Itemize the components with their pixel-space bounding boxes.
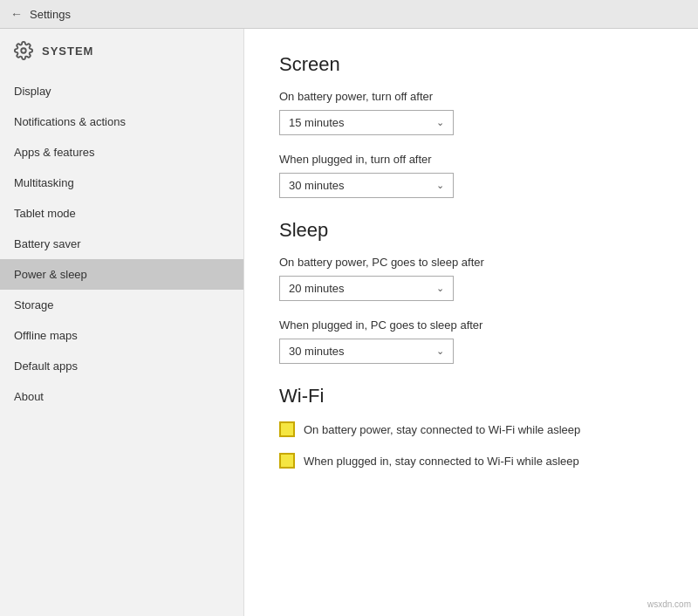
content-area: Screen On battery power, turn off after … <box>244 29 698 616</box>
sidebar-item-about[interactable]: About <box>0 381 243 412</box>
sleep-battery-value: 20 minutes <box>289 282 345 295</box>
sleep-plugged-dropdown[interactable]: 30 minutes ⌄ <box>279 339 454 364</box>
chevron-down-icon-3: ⌄ <box>436 283 444 294</box>
svg-point-0 <box>21 48 26 53</box>
sleep-plugged-value: 30 minutes <box>289 345 345 358</box>
sidebar-item-battery-saver[interactable]: Battery saver <box>0 229 243 259</box>
sidebar-item-apps-features[interactable]: Apps & features <box>0 137 243 168</box>
chevron-down-icon-2: ⌄ <box>436 180 444 191</box>
screen-title: Screen <box>279 53 663 76</box>
wifi-title: Wi-Fi <box>279 385 663 407</box>
sidebar-item-notifications[interactable]: Notifications & actions <box>0 106 243 137</box>
sidebar-item-display[interactable]: Display <box>0 76 243 106</box>
sleep-battery-label: On battery power, PC goes to sleep after <box>279 256 663 269</box>
sidebar-system-label: SYSTEM <box>42 44 93 58</box>
screen-battery-dropdown[interactable]: 15 minutes ⌄ <box>279 110 454 135</box>
wifi-battery-label: On battery power, stay connected to Wi-F… <box>304 423 580 436</box>
chevron-down-icon: ⌄ <box>436 117 444 128</box>
wifi-section: Wi-Fi On battery power, stay connected t… <box>279 385 663 469</box>
back-button[interactable]: ← <box>10 7 23 21</box>
sidebar-header: SYSTEM <box>0 29 243 72</box>
screen-plugged-dropdown[interactable]: 30 minutes ⌄ <box>279 173 454 198</box>
title-bar: ← Settings <box>0 0 698 29</box>
sleep-battery-dropdown[interactable]: 20 minutes ⌄ <box>279 276 454 301</box>
screen-battery-label: On battery power, turn off after <box>279 90 663 103</box>
sidebar: SYSTEM Display Notifications & actions A… <box>0 29 244 616</box>
sidebar-item-power-sleep[interactable]: Power & sleep <box>0 259 243 290</box>
screen-section: Screen On battery power, turn off after … <box>279 53 663 198</box>
screen-plugged-label: When plugged in, turn off after <box>279 153 663 166</box>
title-bar-text: Settings <box>30 8 71 21</box>
gear-icon <box>14 41 33 60</box>
sidebar-item-storage[interactable]: Storage <box>0 290 243 320</box>
sleep-section: Sleep On battery power, PC goes to sleep… <box>279 219 663 364</box>
screen-plugged-value: 30 minutes <box>289 179 345 192</box>
wifi-plugged-checkbox[interactable] <box>279 453 295 469</box>
sleep-plugged-label: When plugged in, PC goes to sleep after <box>279 318 663 332</box>
sidebar-item-multitasking[interactable]: Multitasking <box>0 168 243 198</box>
wifi-plugged-label: When plugged in, stay connected to Wi-Fi… <box>304 455 579 468</box>
wifi-plugged-item: When plugged in, stay connected to Wi-Fi… <box>279 453 663 469</box>
wifi-battery-item: On battery power, stay connected to Wi-F… <box>279 421 663 437</box>
sidebar-item-offline-maps[interactable]: Offline maps <box>0 320 243 351</box>
chevron-down-icon-4: ⌄ <box>436 346 444 357</box>
wifi-battery-checkbox[interactable] <box>279 421 295 437</box>
sidebar-item-tablet-mode[interactable]: Tablet mode <box>0 198 243 229</box>
sidebar-item-default-apps[interactable]: Default apps <box>0 351 243 381</box>
main-container: SYSTEM Display Notifications & actions A… <box>0 29 698 616</box>
sleep-title: Sleep <box>279 219 663 242</box>
screen-battery-value: 15 minutes <box>289 116 345 129</box>
